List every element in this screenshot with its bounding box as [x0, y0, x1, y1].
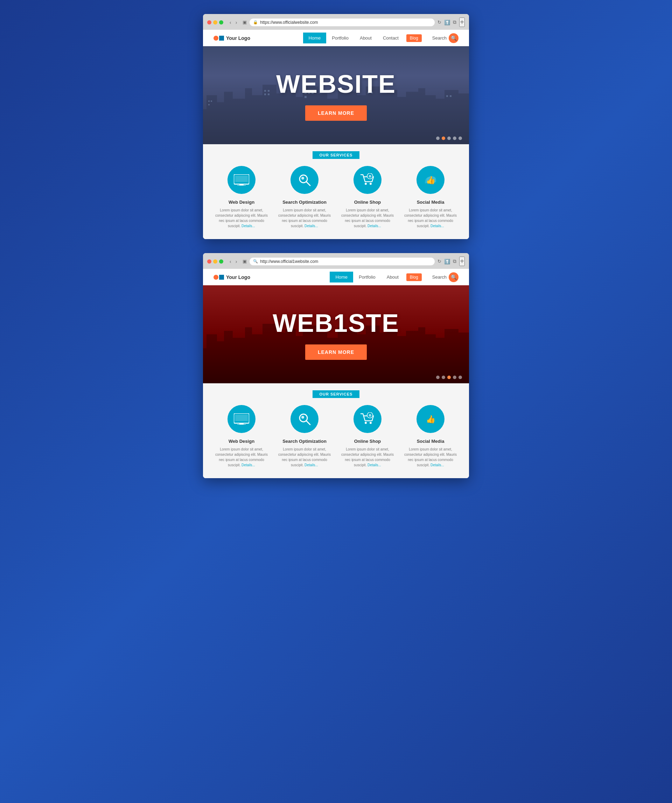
browser-chrome-2: ‹ › ▣ 🔍 http://www.official1website.com …: [203, 253, 469, 269]
nav-search-2: Search 🔍: [432, 272, 458, 282]
social-icon-2: 👍: [417, 405, 445, 433]
shop-details-link-1[interactable]: Details...: [367, 224, 381, 228]
hero-1: WEBSITE LEARN MORE: [203, 46, 469, 144]
hero-learn-more-1[interactable]: LEARN MORE: [305, 106, 367, 121]
svg-rect-60: [252, 334, 263, 383]
refresh-button-2[interactable]: ↻: [438, 259, 442, 264]
hero-dot-4[interactable]: [453, 137, 456, 140]
svg-rect-29: [208, 104, 209, 106]
svg-text:⚙: ⚙: [368, 175, 371, 178]
minimize-button[interactable]: [213, 20, 218, 24]
maximize-button[interactable]: [219, 20, 223, 24]
shop-title-1: Online Shop: [354, 200, 381, 205]
search-icon-1[interactable]: 🔍: [449, 33, 458, 43]
social-details-link-2[interactable]: Details...: [430, 463, 444, 467]
webdesign-details-link-2[interactable]: Details...: [242, 463, 255, 467]
hero-dot-2-1[interactable]: [436, 375, 440, 379]
search-icon-2[interactable]: 🔍: [449, 272, 458, 282]
svg-rect-45: [237, 185, 246, 185]
hero-dot-2[interactable]: [442, 137, 445, 140]
hero-title-1: WEBSITE: [276, 70, 396, 98]
hero-dot-2-5[interactable]: [458, 375, 462, 379]
svg-rect-58: [233, 338, 245, 383]
webdesign-desc-2: Lorem ipsum dolor sit amet, consectetur …: [214, 447, 269, 468]
services-badge-1: OUR SERVICES: [313, 151, 360, 159]
address-bar-2[interactable]: 🔍 http://www.official1website.com: [250, 258, 435, 265]
services-grid-2: Web Design Lorem ipsum dolor sit amet, c…: [214, 405, 458, 468]
browser-chrome-1: ‹ › ▣ 🔒 https://www.officialwebsite.com …: [203, 14, 469, 30]
svg-rect-33: [268, 93, 269, 95]
back-button[interactable]: ‹: [228, 19, 233, 26]
svg-rect-2: [217, 102, 224, 144]
search-label-2: Search: [432, 275, 446, 280]
bookmark-button-2[interactable]: ⧉: [453, 258, 456, 264]
hero-dot-3[interactable]: [447, 137, 451, 140]
close-button-2[interactable]: [207, 259, 211, 263]
svg-rect-55: [206, 334, 217, 383]
site-nav-2: Your Logo Home Portfolio About Blog Sear…: [203, 269, 469, 285]
svg-point-50: [370, 183, 372, 185]
hero-dots-1: [436, 137, 462, 140]
new-tab-button-2[interactable]: +: [459, 257, 465, 266]
shop-details-link-2[interactable]: Details...: [367, 463, 381, 467]
social-details-link-1[interactable]: Details...: [430, 224, 444, 228]
logo-circles-1: [214, 36, 224, 41]
svg-point-87: [301, 416, 304, 419]
seo-desc-2: Lorem ipsum dolor sit amet, consectetur …: [276, 447, 333, 468]
nav-contact-1[interactable]: Contact: [377, 33, 404, 44]
new-tab-button-1[interactable]: +: [459, 18, 465, 27]
hero-2: WEB1STE LEARN MORE: [203, 285, 469, 383]
nav-about-2[interactable]: About: [381, 271, 404, 283]
hero-learn-more-2[interactable]: LEARN MORE: [305, 345, 367, 360]
hero-dot-2-3[interactable]: [447, 375, 451, 379]
services-section-1: OUR SERVICES Web Design Lor: [203, 144, 469, 239]
nav-blog-1[interactable]: Blog: [406, 34, 422, 42]
svg-point-48: [301, 177, 304, 180]
forward-button[interactable]: ›: [234, 19, 239, 26]
minimize-button-2[interactable]: [213, 259, 218, 263]
svg-rect-56: [217, 341, 224, 383]
svg-rect-75: [406, 331, 418, 383]
bookmark-button-1[interactable]: ⧉: [453, 19, 456, 25]
seo-details-link-1[interactable]: Details...: [305, 224, 318, 228]
nav-home-1[interactable]: Home: [303, 33, 326, 44]
nav-portfolio-2[interactable]: Portfolio: [353, 271, 381, 283]
search-label-1: Search: [432, 35, 446, 41]
shop-icon-2: ⚙: [354, 405, 381, 433]
maximize-button-2[interactable]: [219, 259, 223, 263]
address-bar-1[interactable]: 🔒 https://www.officialwebsite.com: [250, 19, 435, 26]
close-button[interactable]: [207, 20, 211, 24]
service-item-seo-2: Search Optimization Lorem ipsum dolor si…: [276, 405, 333, 468]
share-button-2[interactable]: ⬆️: [444, 259, 450, 264]
svg-rect-1: [206, 95, 217, 144]
nav-home-2[interactable]: Home: [330, 271, 353, 283]
share-button-1[interactable]: ⬆️: [444, 20, 450, 25]
svg-rect-20: [397, 97, 406, 144]
back-button-2[interactable]: ‹: [228, 258, 233, 265]
svg-rect-28: [211, 101, 212, 102]
nav-links-2: Home Portfolio About Blog: [330, 271, 421, 283]
svg-rect-10: [296, 97, 303, 144]
hero-dot-1[interactable]: [436, 137, 440, 140]
svg-rect-43: [235, 176, 248, 182]
logo-area-1: Your Logo: [214, 35, 250, 41]
webdesign-details-link-1[interactable]: Details...: [242, 224, 255, 228]
nav-about-1[interactable]: About: [354, 33, 377, 44]
svg-rect-30: [264, 90, 266, 92]
nav-search-1: Search 🔍: [432, 33, 458, 43]
seo-details-link-2[interactable]: Details...: [305, 463, 318, 467]
seo-title-1: Search Optimization: [282, 200, 326, 205]
traffic-lights-2: [207, 259, 223, 263]
nav-portfolio-1[interactable]: Portfolio: [326, 33, 354, 44]
hero-dot-2-2[interactable]: [442, 375, 445, 379]
nav-blog-2[interactable]: Blog: [406, 273, 422, 281]
url-text-1: https://www.officialwebsite.com: [260, 20, 431, 25]
svg-rect-5: [245, 88, 252, 144]
hero-dot-5[interactable]: [458, 137, 462, 140]
forward-button-2[interactable]: ›: [234, 258, 239, 265]
hero-dot-2-4[interactable]: [453, 375, 456, 379]
browser-actions-2: ⬆️ ⧉ +: [444, 257, 465, 266]
refresh-button-1[interactable]: ↻: [438, 20, 442, 25]
nav-arrows-2: ‹ ›: [228, 258, 239, 265]
hero-title-2: WEB1STE: [273, 309, 399, 337]
